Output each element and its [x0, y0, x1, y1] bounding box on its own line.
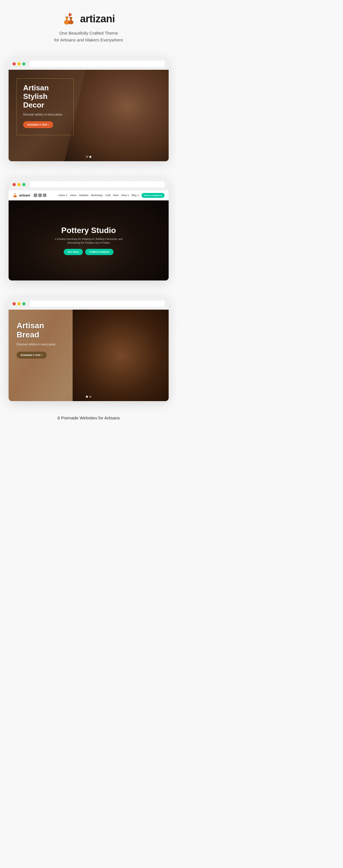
browser-mock-1: Artisan Stylish Decor Discover artistry …: [8, 58, 169, 161]
mock2-navbar: artizani f t y Home ∨ About Aesthetic Wo…: [8, 190, 169, 200]
svg-rect-3: [66, 17, 68, 21]
nav-arts-button[interactable]: Arts & Creations: [142, 193, 165, 198]
browser-bar-2: [8, 178, 169, 190]
dot-yellow-2: [18, 183, 21, 186]
nav-workshops[interactable]: Workshops: [91, 194, 103, 197]
svg-rect-6: [70, 18, 72, 22]
browser-bar-1: [8, 58, 169, 70]
brand-name: artizani: [80, 13, 115, 25]
nav-shop[interactable]: Shop ∨: [121, 194, 129, 197]
mock3-subtitle: Discover artistry in every piece.: [17, 342, 56, 346]
dot-yellow-3: [18, 302, 21, 305]
dot-green-1: [22, 62, 26, 65]
mock1-subtitle: Discover artistry in every piece.: [23, 112, 67, 117]
slide-dot-2[interactable]: [90, 156, 91, 158]
logo-section: artizani One Beautifully Crafted Theme f…: [54, 11, 123, 43]
dot-red-1: [12, 62, 16, 65]
browser-mock-2: artizani f t y Home ∨ About Aesthetic Wo…: [8, 178, 169, 280]
mock2-social-icons: f t y: [34, 193, 46, 197]
mock2-cta-buttons: Our Story Crafted Creations: [49, 249, 129, 255]
nav-about[interactable]: About: [70, 194, 76, 197]
logo-row: artizani: [62, 11, 115, 26]
url-bar-3: [30, 301, 165, 307]
dot-red-2: [12, 183, 16, 186]
slide-dot-3a[interactable]: [86, 396, 88, 398]
mock1-cta-button[interactable]: Schedule A Visit ›: [23, 121, 53, 128]
url-bar-2: [30, 181, 165, 188]
tagline: One Beautifully Crafted Theme for Artisa…: [54, 30, 123, 43]
mock3-slide-dots: [86, 396, 91, 398]
mock2-brand: artizani: [12, 193, 30, 198]
mock2-crafted-creations-button[interactable]: Crafted Creations: [85, 249, 114, 255]
brand-icon: [62, 11, 77, 26]
mock2-description: A Creative Sanctuary for Shaping Art, Bu…: [49, 237, 129, 245]
mock1-slide-dots: [86, 156, 91, 158]
mock3-hero-text: Artisan Bread Discover artistry in every…: [17, 321, 56, 359]
browser-bar-3: [8, 298, 169, 310]
svg-rect-11: [15, 195, 16, 196]
browser-mock-3: Artisan Bread Discover artistry in every…: [8, 298, 169, 401]
mock2-our-story-button[interactable]: Our Story: [64, 249, 83, 255]
mock1-title: Artisan Stylish Decor: [23, 84, 67, 110]
twitter-icon[interactable]: t: [38, 193, 42, 197]
dot-green-3: [22, 302, 26, 305]
mock2-nav-links: Home ∨ About Aesthetic Workshops Craft T…: [58, 193, 165, 198]
dot-red-3: [12, 302, 16, 305]
dot-yellow-1: [18, 62, 21, 65]
mock3-hero: Artisan Bread Discover artistry in every…: [8, 310, 169, 401]
facebook-icon[interactable]: f: [34, 193, 37, 197]
mock3-cta-button[interactable]: Schedule A Visit ›: [17, 352, 46, 359]
svg-rect-4: [65, 17, 68, 18]
mock1-text-box: Artisan Stylish Decor Discover artistry …: [17, 78, 74, 135]
slide-dot-1[interactable]: [86, 156, 88, 158]
footer-text: 6 Premade Websites for Artisans: [58, 415, 120, 420]
mock2-hero: Pottery Studio A Creative Sanctuary for …: [8, 200, 169, 280]
nav-craft[interactable]: Craft: [105, 194, 110, 197]
nav-aesthetic[interactable]: Aesthetic: [79, 194, 89, 197]
nav-team[interactable]: Team: [113, 194, 119, 197]
nav-blog[interactable]: Blog ∨: [132, 194, 139, 197]
dot-green-2: [22, 183, 26, 186]
svg-rect-7: [69, 17, 72, 18]
url-bar-1: [30, 61, 165, 67]
mock2-hero-text: Pottery Studio A Creative Sanctuary for …: [49, 226, 129, 255]
mock2-title: Pottery Studio: [49, 226, 129, 235]
svg-rect-9: [14, 195, 14, 196]
slide-dot-3b[interactable]: [90, 396, 91, 398]
mock3-title: Artisan Bread: [17, 321, 56, 339]
mock1-hero: Artisan Stylish Decor Discover artistry …: [8, 70, 169, 161]
mock2-logo-icon: [12, 193, 18, 198]
nav-home[interactable]: Home ∨: [58, 194, 67, 197]
youtube-icon[interactable]: y: [43, 193, 46, 197]
